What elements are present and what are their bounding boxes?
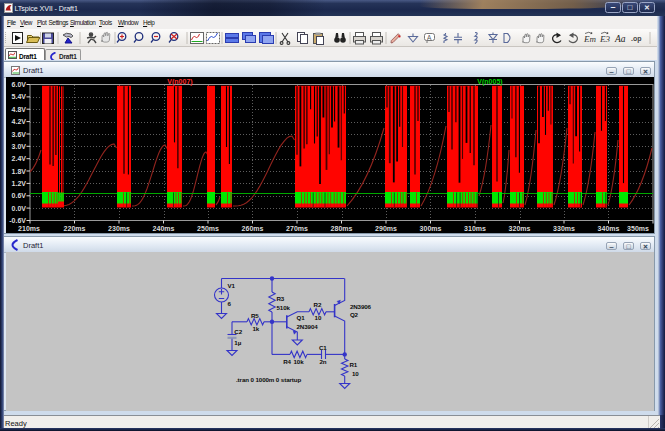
svg-text:R1: R1	[349, 361, 357, 368]
svg-text:290ms: 290ms	[375, 225, 397, 232]
svg-text:220ms: 220ms	[64, 225, 86, 232]
svg-text:0.0V: 0.0V	[12, 205, 27, 212]
svg-text:R2: R2	[314, 301, 322, 308]
svg-text:V(n007): V(n007)	[167, 78, 192, 86]
svg-text:2.4V: 2.4V	[12, 155, 27, 162]
svg-text:C2: C2	[234, 328, 242, 335]
svg-text:300ms: 300ms	[420, 225, 442, 232]
svg-text:230ms: 230ms	[108, 225, 130, 232]
svg-text:310ms: 310ms	[464, 225, 486, 232]
svg-text:.op: .op	[631, 35, 642, 43]
svg-text:10: 10	[352, 370, 359, 377]
svg-text:V(n005): V(n005)	[477, 78, 502, 86]
svg-text:Q2: Q2	[350, 311, 359, 318]
svg-text:340ms: 340ms	[598, 225, 620, 232]
svg-text:250ms: 250ms	[197, 225, 219, 232]
svg-text:V1: V1	[228, 282, 236, 289]
svg-text:2N3904: 2N3904	[297, 323, 319, 330]
svg-text:10k: 10k	[294, 358, 305, 365]
svg-text:3.6V: 3.6V	[12, 131, 27, 138]
svg-text:Em: Em	[583, 34, 596, 44]
svg-text:1.8V: 1.8V	[12, 168, 27, 175]
svg-text:510k: 510k	[277, 304, 291, 311]
svg-text:E3: E3	[599, 34, 610, 44]
svg-text:R4: R4	[283, 358, 291, 365]
svg-text:0.6V: 0.6V	[12, 192, 27, 199]
svg-text:270ms: 270ms	[286, 225, 308, 232]
svg-text:10: 10	[315, 314, 322, 321]
svg-text:6.0V: 6.0V	[12, 81, 27, 88]
svg-text:240ms: 240ms	[153, 225, 175, 232]
svg-text:A: A	[427, 34, 432, 41]
svg-text:210ms: 210ms	[18, 225, 40, 232]
svg-text:R5: R5	[251, 312, 259, 319]
svg-text:4.2V: 4.2V	[12, 118, 27, 125]
svg-text:Q1: Q1	[297, 314, 306, 321]
svg-text:1µ: 1µ	[234, 339, 241, 346]
svg-text:R3: R3	[277, 295, 285, 302]
svg-text:1.2V: 1.2V	[12, 180, 27, 187]
svg-text:3.0V: 3.0V	[12, 143, 27, 150]
svg-text:350ms: 350ms	[627, 225, 649, 232]
svg-text:2n: 2n	[319, 358, 326, 365]
svg-text:Aa: Aa	[614, 34, 626, 44]
svg-text:4.8V: 4.8V	[12, 106, 27, 113]
svg-text:330ms: 330ms	[553, 225, 575, 232]
svg-text:-0.6V: -0.6V	[9, 217, 26, 224]
svg-text:2N3906: 2N3906	[350, 303, 372, 310]
svg-text:5.4V: 5.4V	[12, 93, 27, 100]
svg-text:320ms: 320ms	[509, 225, 531, 232]
svg-text:1k: 1k	[253, 325, 260, 332]
svg-text:.tran 0 1000m 0 startup: .tran 0 1000m 0 startup	[236, 376, 301, 383]
svg-text:260ms: 260ms	[242, 225, 264, 232]
svg-text:C1: C1	[319, 344, 327, 351]
svg-text:280ms: 280ms	[331, 225, 353, 232]
